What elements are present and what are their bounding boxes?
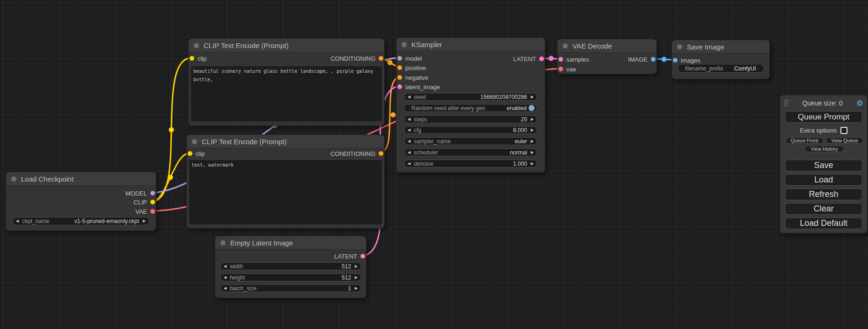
widget-sampler-name[interactable]: ◀ sampler_name euler ▶ bbox=[404, 137, 537, 145]
input-slot-images[interactable]: images bbox=[673, 56, 700, 64]
input-slot-positive[interactable]: positive bbox=[397, 64, 426, 71]
latent-output-dot-icon[interactable] bbox=[360, 254, 365, 259]
widget-width[interactable]: ◀ width 512 ▶ bbox=[220, 262, 361, 270]
output-slot-image[interactable]: IMAGE bbox=[628, 56, 656, 63]
decrement-arrow-icon[interactable]: ◀ bbox=[224, 276, 226, 280]
slot-label: CONDITIONING bbox=[331, 150, 375, 157]
decrement-arrow-icon[interactable]: ◀ bbox=[408, 128, 410, 132]
conditioning-output-dot-icon[interactable] bbox=[379, 151, 383, 156]
collapse-dot-icon[interactable] bbox=[563, 43, 568, 49]
node-graph-canvas[interactable]: Load Checkpoint MODEL CLIP VAE ◀ ckpt_na… bbox=[0, 0, 868, 329]
node-clip-text-encode-positive[interactable]: CLIP Text Encode (Prompt) clip CONDITION… bbox=[188, 38, 385, 126]
output-slot-latent[interactable]: LATENT bbox=[334, 252, 365, 260]
latent-input-dot-icon[interactable] bbox=[397, 84, 402, 89]
widget-denoise[interactable]: ◀ denoise 1.000 ▶ bbox=[404, 160, 537, 168]
output-slot-vae[interactable]: VAE bbox=[135, 208, 155, 215]
clip-input-dot-icon[interactable] bbox=[190, 56, 194, 61]
input-slot-clip[interactable]: clip bbox=[190, 55, 207, 62]
prompt-text-input[interactable]: text, watermark bbox=[189, 160, 382, 224]
clip-output-dot-icon[interactable] bbox=[150, 200, 155, 204]
increment-arrow-icon[interactable]: ▶ bbox=[143, 219, 146, 223]
widget-steps[interactable]: ◀ steps 20 ▶ bbox=[404, 115, 537, 123]
node-load-checkpoint[interactable]: Load Checkpoint MODEL CLIP VAE ◀ ckpt_na… bbox=[6, 172, 156, 231]
widget-height[interactable]: ◀ height 512 ▶ bbox=[220, 273, 361, 281]
node-ksampler[interactable]: KSampler model positive negative latent_… bbox=[396, 37, 545, 173]
increment-arrow-icon[interactable]: ▶ bbox=[531, 162, 534, 166]
increment-arrow-icon[interactable]: ▶ bbox=[531, 95, 534, 99]
collapse-dot-icon[interactable] bbox=[220, 240, 226, 245]
vae-output-dot-icon[interactable] bbox=[150, 209, 155, 214]
output-slot-conditioning[interactable]: CONDITIONING bbox=[331, 150, 383, 157]
decrement-arrow-icon[interactable]: ◀ bbox=[408, 95, 410, 99]
conditioning-output-dot-icon[interactable] bbox=[379, 56, 383, 61]
output-slot-clip[interactable]: CLIP bbox=[134, 198, 155, 206]
widget-cfg[interactable]: ◀ cfg 8.000 ▶ bbox=[404, 126, 537, 134]
image-input-dot-icon[interactable] bbox=[673, 58, 677, 63]
load-default-button[interactable]: Load Default bbox=[785, 217, 862, 229]
prompt-text-input[interactable]: beautiful scenery nature glass bottle la… bbox=[191, 66, 382, 121]
widget-scheduler[interactable]: ◀ scheduler normal ▶ bbox=[404, 148, 537, 156]
increment-arrow-icon[interactable]: ▶ bbox=[531, 140, 534, 143]
load-button[interactable]: Load bbox=[785, 174, 862, 186]
clip-input-dot-icon[interactable] bbox=[188, 151, 192, 156]
input-slot-samples[interactable]: samples bbox=[558, 56, 589, 63]
refresh-button[interactable]: Refresh bbox=[785, 189, 862, 200]
node-vae-decode[interactable]: VAE Decode samples vae IMAGE bbox=[557, 39, 657, 74]
increment-arrow-icon[interactable]: ▶ bbox=[531, 151, 534, 154]
increment-arrow-icon[interactable]: ▶ bbox=[355, 287, 358, 290]
widget-value: 156680208700286 bbox=[480, 94, 527, 100]
decrement-arrow-icon[interactable]: ◀ bbox=[224, 287, 226, 290]
input-slot-vae[interactable]: vae bbox=[558, 65, 576, 73]
node-empty-latent-image[interactable]: Empty Latent Image LATENT ◀ width 512 ▶ … bbox=[215, 236, 367, 298]
increment-arrow-icon[interactable]: ▶ bbox=[531, 128, 534, 132]
link-dot-conditioning-negative bbox=[391, 112, 396, 118]
queue-front-button[interactable]: Queue Front bbox=[786, 137, 823, 144]
clear-button[interactable]: Clear bbox=[785, 203, 862, 215]
collapse-dot-icon[interactable] bbox=[194, 43, 199, 48]
conditioning-input-dot-icon[interactable] bbox=[397, 75, 402, 80]
node-clip-text-encode-negative[interactable]: CLIP Text Encode (Prompt) clip CONDITION… bbox=[186, 134, 385, 229]
input-slot-negative[interactable]: negative bbox=[397, 74, 428, 81]
widget-value: 512 bbox=[342, 274, 351, 281]
decrement-arrow-icon[interactable]: ◀ bbox=[224, 265, 226, 268]
settings-gear-icon[interactable]: ⚙ bbox=[856, 99, 863, 107]
view-queue-button[interactable]: View Queue bbox=[826, 137, 863, 144]
widget-ckpt-name[interactable]: ◀ ckpt_name v1-5-pruned-emaonly.ckpt ▶ bbox=[12, 217, 149, 225]
collapse-dot-icon[interactable] bbox=[192, 139, 197, 144]
collapse-dot-icon[interactable] bbox=[677, 44, 682, 49]
widget-seed[interactable]: ◀ seed 156680208700286 ▶ bbox=[404, 93, 537, 101]
save-button[interactable]: Save bbox=[785, 160, 862, 171]
decrement-arrow-icon[interactable]: ◀ bbox=[408, 140, 410, 143]
vae-input-dot-icon[interactable] bbox=[558, 67, 563, 71]
widget-filename-prefix[interactable]: filename_prefix ComfyUI bbox=[677, 64, 764, 73]
input-slot-clip[interactable]: clip bbox=[188, 150, 205, 157]
model-output-dot-icon[interactable] bbox=[150, 191, 155, 196]
widget-random-seed[interactable]: Random seed after every gen enabled bbox=[404, 104, 537, 112]
input-slot-model[interactable]: model bbox=[397, 55, 422, 62]
collapse-dot-icon[interactable] bbox=[11, 176, 16, 182]
latent-input-dot-icon[interactable] bbox=[558, 57, 563, 62]
output-slot-model[interactable]: MODEL bbox=[126, 189, 155, 197]
toggle-icon[interactable] bbox=[529, 105, 535, 111]
widget-batch-size[interactable]: ◀ batch_size 1 ▶ bbox=[220, 284, 361, 292]
model-input-dot-icon[interactable] bbox=[397, 56, 402, 61]
output-slot-conditioning[interactable]: CONDITIONING bbox=[331, 55, 383, 62]
queue-prompt-button[interactable]: Queue Prompt bbox=[785, 111, 862, 123]
drag-handle-icon[interactable] bbox=[784, 99, 789, 107]
node-save-image[interactable]: Save Image images filename_prefix ComfyU… bbox=[671, 40, 770, 79]
increment-arrow-icon[interactable]: ▶ bbox=[355, 276, 358, 280]
increment-arrow-icon[interactable]: ▶ bbox=[531, 118, 534, 121]
conditioning-input-dot-icon[interactable] bbox=[397, 65, 402, 70]
decrement-arrow-icon[interactable]: ◀ bbox=[16, 219, 19, 223]
decrement-arrow-icon[interactable]: ◀ bbox=[408, 162, 410, 166]
decrement-arrow-icon[interactable]: ◀ bbox=[408, 151, 410, 154]
output-slot-latent[interactable]: LATENT bbox=[513, 55, 544, 63]
decrement-arrow-icon[interactable]: ◀ bbox=[408, 118, 410, 121]
view-history-button[interactable]: View History bbox=[804, 146, 844, 152]
increment-arrow-icon[interactable]: ▶ bbox=[355, 265, 358, 268]
image-output-dot-icon[interactable] bbox=[651, 57, 656, 62]
extra-options-checkbox[interactable] bbox=[840, 127, 847, 134]
input-slot-latent-image[interactable]: latent_image bbox=[397, 83, 440, 91]
collapse-dot-icon[interactable] bbox=[402, 42, 407, 47]
latent-output-dot-icon[interactable] bbox=[539, 56, 544, 61]
